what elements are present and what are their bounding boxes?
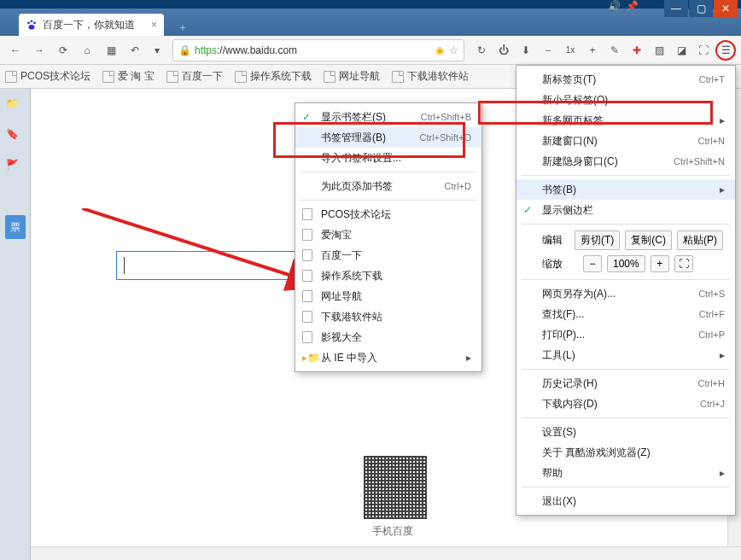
tab-strip: 百度一下，你就知道 × ＋ xyxy=(0,9,741,36)
cut-button[interactable]: 剪切(T) xyxy=(575,230,620,250)
volume-icon[interactable]: 🔊 xyxy=(608,0,621,12)
medical-icon[interactable]: ✚ xyxy=(627,40,647,61)
menu-new-incognito[interactable]: 新建隐身窗口(C)Ctrl+Shift+N xyxy=(516,151,735,172)
chrome-icon[interactable]: ◉ xyxy=(435,44,444,56)
menu-bookmark-item[interactable]: 网址导航 xyxy=(295,286,481,306)
bookmark-item[interactable]: 爱 淘 宝 xyxy=(102,69,155,84)
menu-import-from-ie[interactable]: ▸📁从 IE 中导入▸ xyxy=(295,347,481,368)
sidebar-tag[interactable]: 票 xyxy=(5,215,26,239)
lock-icon: 🔒 xyxy=(178,44,191,56)
bookmark-icon[interactable]: 🔖 xyxy=(6,128,25,143)
menu-find[interactable]: 查找(F)...Ctrl+F xyxy=(516,304,735,324)
main-menu: 新标签页(T)Ctrl+T 新小号标签(O) 新多网页标签▸ 新建窗口(N)Ct… xyxy=(516,65,736,516)
menu-separator xyxy=(300,172,476,172)
reload-button[interactable]: ⟳ xyxy=(53,40,73,61)
menu-separator xyxy=(522,369,730,370)
menu-about[interactable]: 关于 真酷游戏浏览器(Z) xyxy=(516,442,735,463)
menu-print[interactable]: 打印(P)...Ctrl+P xyxy=(516,324,735,345)
bookmark-item[interactable]: PCOS技术论坛 xyxy=(5,69,90,84)
zoom-in-icon[interactable]: + xyxy=(582,40,603,61)
close-window-button[interactable]: ✕ xyxy=(714,0,738,17)
power-icon[interactable]: ⏻ xyxy=(493,40,514,61)
chevron-right-icon: ▸ xyxy=(720,467,725,479)
red-highlight-submenu xyxy=(273,122,465,158)
zoom-reset-icon[interactable]: 1x xyxy=(560,40,581,61)
fullscreen-icon[interactable]: ⛶ xyxy=(693,40,714,61)
menu-save-as[interactable]: 网页另存为(A)...Ctrl+S xyxy=(516,283,735,304)
menu-bookmark-item[interactable]: 爱淘宝 xyxy=(295,225,481,245)
bookmark-item[interactable]: 操作系统下载 xyxy=(235,69,312,84)
qr-code xyxy=(364,456,427,519)
hamburger-menu-button[interactable]: ☰ xyxy=(715,40,736,61)
screenshot-icon[interactable]: ◪ xyxy=(671,40,691,61)
menu-downloads[interactable]: 下载内容(D)Ctrl+J xyxy=(516,394,735,414)
menu-bookmark-item[interactable]: 下载港软件站 xyxy=(295,306,481,327)
menu-exit[interactable]: 退出(X) xyxy=(516,491,735,511)
page-icon xyxy=(392,71,404,83)
menu-bookmark-item[interactable]: 影视大全 xyxy=(295,327,481,347)
address-bar[interactable]: 🔒 https://www.baidu.com ◉ ☆ xyxy=(172,39,464,61)
horizontal-scrollbar[interactable] xyxy=(31,546,741,560)
menu-bookmarks[interactable]: 书签(B)▸ xyxy=(516,179,735,200)
forward-button[interactable]: → xyxy=(29,40,50,61)
clean-icon[interactable]: ✎ xyxy=(604,40,625,61)
page-icon xyxy=(102,71,114,83)
pin-icon[interactable]: 📌 xyxy=(626,0,639,12)
svg-point-1 xyxy=(31,20,33,22)
flag-icon[interactable]: 🚩 xyxy=(6,159,25,174)
menu-new-window[interactable]: 新建窗口(N)Ctrl+N xyxy=(516,131,735,151)
menu-show-sidebar[interactable]: ✓显示侧边栏 xyxy=(516,200,735,220)
browser-tab[interactable]: 百度一下，你就知道 × xyxy=(19,14,164,36)
tab-title: 百度一下，你就知道 xyxy=(43,18,146,32)
star-icon[interactable]: ☆ xyxy=(449,44,458,56)
menu-separator xyxy=(522,175,730,176)
menu-zoom-row: 缩放 − 100% + ⛶ xyxy=(516,252,735,276)
tab-close-icon[interactable]: × xyxy=(151,19,157,31)
red-highlight-mainmenu xyxy=(478,101,713,125)
text-cursor xyxy=(124,257,125,274)
menu-bookmark-item[interactable]: PCOS技术论坛 xyxy=(295,204,481,225)
menu-settings[interactable]: 设置(S) xyxy=(516,422,735,442)
svg-point-3 xyxy=(29,25,35,30)
menu-bookmark-item[interactable]: 操作系统下载 xyxy=(295,265,481,286)
sync-icon[interactable]: ↻ xyxy=(471,40,492,61)
zoom-out-icon[interactable]: − xyxy=(538,40,558,61)
grid-button[interactable]: ▦ xyxy=(101,40,121,61)
back-button[interactable]: ← xyxy=(5,40,26,61)
copy-button[interactable]: 复制(C) xyxy=(625,230,672,250)
menu-bookmark-item[interactable]: 百度一下 xyxy=(295,245,481,265)
url-protocol: https xyxy=(195,44,217,56)
maximize-button[interactable]: ▢ xyxy=(689,0,713,17)
home-button[interactable]: ⌂ xyxy=(77,40,97,61)
undo-tab-button[interactable]: ↶ xyxy=(125,40,145,61)
bookmark-item[interactable]: 网址导航 xyxy=(324,69,380,84)
paste-button[interactable]: 粘贴(P) xyxy=(677,230,723,250)
dropdown-icon[interactable]: ▾ xyxy=(149,40,166,61)
new-tab-button[interactable]: ＋ xyxy=(172,19,193,36)
menu-add-bookmark[interactable]: 为此页添加书签Ctrl+D xyxy=(295,176,481,196)
page-icon xyxy=(324,71,335,83)
zoom-out-button[interactable]: − xyxy=(583,255,602,272)
bookmark-item[interactable]: 下载港软件站 xyxy=(392,69,469,84)
page-icon xyxy=(302,229,312,241)
fullscreen-button[interactable]: ⛶ xyxy=(674,255,693,272)
menu-help[interactable]: 帮助▸ xyxy=(516,463,735,483)
checker-icon[interactable]: ▨ xyxy=(649,40,669,61)
baidu-favicon-icon xyxy=(26,19,38,31)
menu-separator xyxy=(522,279,730,280)
main-toolbar: ← → ⟳ ⌂ ▦ ↶ ▾ 🔒 https://www.baidu.com ◉ … xyxy=(0,36,741,65)
folder-icon[interactable]: 📁 xyxy=(6,97,25,113)
menu-history[interactable]: 历史记录(H)Ctrl+H xyxy=(516,373,735,394)
zoom-in-button[interactable]: + xyxy=(651,255,669,272)
folder-icon: ▸📁 xyxy=(302,352,320,364)
chevron-right-icon: ▸ xyxy=(720,184,725,195)
bookmark-item[interactable]: 百度一下 xyxy=(166,69,223,84)
download-icon[interactable]: ⬇ xyxy=(516,40,536,61)
menu-new-tab[interactable]: 新标签页(T)Ctrl+T xyxy=(516,69,735,90)
menu-separator xyxy=(300,200,476,201)
page-icon xyxy=(302,311,312,323)
minimize-button[interactable]: — xyxy=(664,0,688,17)
menu-tools[interactable]: 工具(L)▸ xyxy=(516,345,735,365)
page-icon xyxy=(302,290,312,302)
menu-separator xyxy=(522,417,730,418)
